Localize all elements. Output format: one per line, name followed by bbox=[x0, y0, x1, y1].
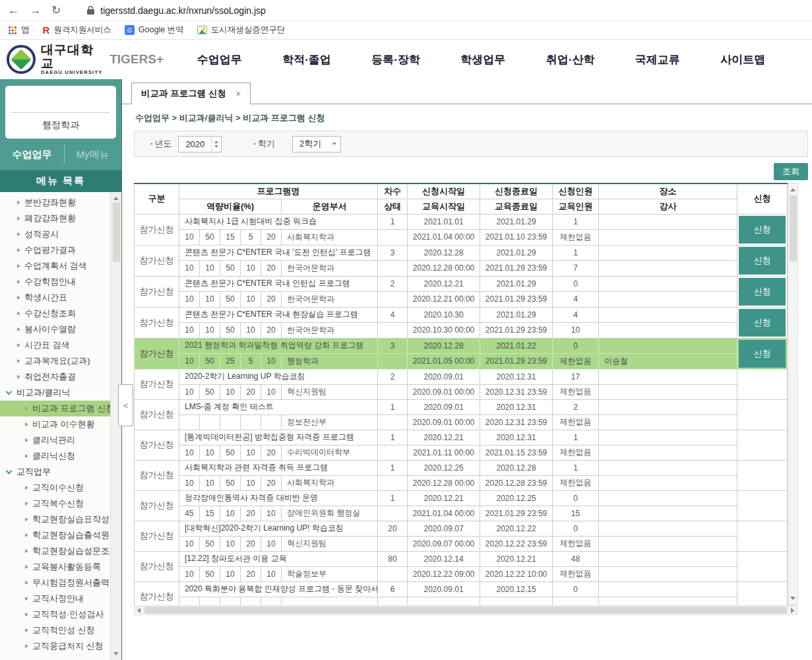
nav-item-4[interactable]: 취업·산학 bbox=[546, 52, 595, 67]
table-row[interactable]: 참가신청청각장애인통역사 자격증 대비반 운영12020.12.212020.1… bbox=[135, 490, 788, 506]
sidebar-item-14[interactable]: 비교과 이수현황 bbox=[0, 416, 110, 432]
apply-button[interactable]: 신청 bbox=[739, 309, 786, 337]
sidebar-item-1[interactable]: 폐강강좌현황 bbox=[0, 211, 110, 226]
scroll-left-icon[interactable] bbox=[137, 608, 141, 613]
nav-item-3[interactable]: 학생업무 bbox=[460, 52, 505, 67]
table-row[interactable]: 105015520사회복지학과2021.01.04 00:002021.01.1… bbox=[135, 230, 788, 246]
table-row[interactable] bbox=[135, 597, 788, 605]
back-icon[interactable]: ← bbox=[8, 4, 19, 17]
sidebar-collapse-handle[interactable]: < bbox=[118, 384, 133, 426]
tab-close-icon[interactable]: × bbox=[235, 88, 241, 99]
apply-button[interactable]: 신청 bbox=[739, 278, 786, 306]
nav-item-0[interactable]: 수업업무 bbox=[197, 52, 242, 67]
year-spinner[interactable] bbox=[211, 137, 221, 152]
sidebar-item-18[interactable]: 교직이수신청 bbox=[0, 480, 110, 496]
table-row[interactable]: 참가신청콘텐츠 전문가 C*ENTER 국내 인턴십 프로그램22020.12.… bbox=[135, 276, 788, 292]
year-input[interactable]: 2020 bbox=[178, 136, 222, 152]
table-row[interactable]: 참가신청콘텐츠 전문가 C*ENTER 국내 '도전 인턴십' 프로그램3202… bbox=[135, 245, 788, 261]
cell-dept: 정보전산부 bbox=[282, 414, 378, 430]
scroll-down-icon[interactable] bbox=[113, 652, 119, 655]
semester-select[interactable]: 2학기 bbox=[292, 136, 341, 152]
sidebar-item-9[interactable]: 시간표 검색 bbox=[0, 337, 110, 353]
table-horizontal-scrollbar[interactable] bbox=[134, 605, 797, 615]
table-row[interactable]: 1050102010혁신지원팀2020.09.01 00:002020.12.3… bbox=[135, 384, 788, 399]
sidebar-item-28[interactable]: 교직응급처지 신청 bbox=[0, 638, 110, 654]
scroll-thumb[interactable] bbox=[113, 203, 120, 262]
table-row[interactable]: 참가신청LMS-줌 계정 확인 테스트12020.09.012020.12.31… bbox=[135, 399, 788, 414]
nav-item-6[interactable]: 사이트맵 bbox=[720, 52, 765, 67]
sidebar-item-22[interactable]: 학교현장실습설문조사 bbox=[0, 543, 110, 559]
sidebar-item-17[interactable]: 교직업무 bbox=[0, 464, 110, 480]
sidebar-tab-mymenu[interactable]: My메뉴 bbox=[77, 148, 109, 161]
sidebar-item-12[interactable]: 비교과/클리닉 bbox=[0, 385, 110, 401]
table-row[interactable]: 1050102010학술정보부2020.12.22 09:002020.12.2… bbox=[135, 566, 788, 581]
sidebar-item-26[interactable]: 교직적성·인성검사 bbox=[0, 607, 110, 622]
table-row[interactable]: 정보전산부2020.09.01 00:002020.12.31 23:59제한없… bbox=[135, 414, 788, 430]
bookmark-0[interactable]: 앱 bbox=[8, 24, 30, 36]
sidebar-item-19[interactable]: 교직복수신청 bbox=[0, 496, 110, 512]
sidebar-item-20[interactable]: 학교현장실습표작성 bbox=[0, 512, 110, 527]
scroll-right-icon[interactable] bbox=[791, 608, 794, 613]
address-bar[interactable]: tigersstd.daegu.ac.kr/nxrun/ssoLogin.jsp bbox=[87, 5, 266, 16]
sidebar-item-2[interactable]: 성적공시 bbox=[0, 226, 110, 242]
scroll-thumb[interactable] bbox=[144, 607, 787, 614]
sidebar-item-21[interactable]: 학교현장실습출석원 bbox=[0, 527, 110, 543]
sidebar-item-25[interactable]: 교직사정안내 bbox=[0, 591, 110, 607]
sidebar-item-16[interactable]: 클리닉신청 bbox=[0, 448, 110, 464]
sidebar-item-15[interactable]: 클리닉관리 bbox=[0, 432, 110, 448]
nav-item-1[interactable]: 학적·졸업 bbox=[282, 52, 331, 67]
table-row[interactable]: 참가신청2020-2학기 Learning UP 학습코칭22020.09.01… bbox=[135, 369, 788, 384]
sidebar-tab-work[interactable]: 수업업무 bbox=[13, 148, 52, 161]
table-row[interactable]: 1010501020한국어문학과2020.12.28 00:002021.01.… bbox=[135, 261, 788, 277]
sidebar-item-23[interactable]: 교육봉사활동등록 bbox=[0, 559, 110, 575]
table-row[interactable]: 참가신청사회복지사 1급 시험대비 집중 워크숍12021.01.012021.… bbox=[135, 214, 788, 230]
sidebar-item-4[interactable]: 수업계획서 검색 bbox=[0, 258, 110, 274]
bookmark-1[interactable]: R원격지원서비스 bbox=[43, 24, 111, 36]
sidebar-item-5[interactable]: 수강학점안내 bbox=[0, 274, 110, 290]
nav-item-2[interactable]: 등록·장학 bbox=[371, 52, 420, 67]
scroll-thumb[interactable] bbox=[790, 195, 797, 261]
university-logo[interactable]: 대구대학교 DAEGU UNIVERSITY TIGERS+ bbox=[0, 44, 164, 75]
apply-button[interactable]: 신청 bbox=[739, 216, 786, 244]
spin-up-icon[interactable] bbox=[214, 141, 218, 143]
table-row[interactable]: 1010501020한국어문학과2020.12.21 00:002021.01.… bbox=[135, 292, 788, 308]
table-row[interactable]: 1010501020수리빅데이터학부2021.01.11 00:002021.0… bbox=[135, 445, 788, 460]
table-row[interactable]: 4515102010장애인위원회 행정실2021.01.04 00:002021… bbox=[135, 506, 788, 521]
sidebar-item-24[interactable]: 무시험검정원서출력 bbox=[0, 575, 110, 591]
table-row[interactable]: 참가신청사회복지학과 관련 자격증 취득 프로그램12020.12.252020… bbox=[135, 460, 788, 475]
tab-noncurricular-apply[interactable]: 비교과 프로그램 신청 × bbox=[131, 82, 251, 104]
table-row[interactable]: 참가신청2020 특화분야 융복합 인재양성 프로그램 - 동문 찾아서6202… bbox=[135, 581, 788, 597]
table-row[interactable]: 1050102010혁신지원팀2020.09.07 00:002020.12.2… bbox=[135, 536, 788, 551]
sidebar-item-10[interactable]: 교과목개요(교과) bbox=[0, 353, 110, 369]
table-row[interactable]: 참가신청[12.22] 창파도서관 이용 교육802020.12.142020.… bbox=[135, 551, 788, 566]
table-row[interactable]: 참가신청콘텐츠 전문가 C*ENTER 국내 현장실습 프로그램42020.10… bbox=[135, 307, 788, 323]
table-row[interactable]: 참가신청[통계빅데이터전공] 방학집중형 자격증 프로그램12020.12.21… bbox=[135, 430, 788, 445]
sidebar-item-27[interactable]: 교직적인성 신청 bbox=[0, 622, 110, 638]
table-row[interactable]: 참가신청2021 행정학과 학과밀착형 취업역량 강화 프로그램32020.12… bbox=[135, 338, 788, 354]
bookmark-3[interactable]: 도시재생실증연구단 bbox=[197, 24, 286, 36]
table-vertical-scrollbar[interactable] bbox=[788, 183, 798, 605]
apply-button[interactable]: 신청 bbox=[739, 247, 786, 275]
table-row[interactable]: 1010501020한국어문학과2020.10.30 00:002021.01.… bbox=[135, 323, 788, 339]
scroll-up-icon[interactable] bbox=[790, 188, 796, 191]
spin-down-icon[interactable] bbox=[214, 145, 218, 148]
search-button[interactable]: 조회 bbox=[774, 163, 808, 180]
table-row[interactable]: 1010501020사회복지학과2020.12.28 00:002020.12.… bbox=[135, 475, 788, 490]
sidebar-item-6[interactable]: 학생시간표 bbox=[0, 290, 110, 306]
nav-item-5[interactable]: 국제교류 bbox=[635, 52, 680, 67]
apply-button[interactable]: 신청 bbox=[739, 340, 786, 368]
table-row[interactable]: 참가신청[대학혁신]2020-2학기 Learning UP! 학습코칭2020… bbox=[135, 521, 788, 536]
forward-icon[interactable]: → bbox=[30, 4, 41, 17]
reload-icon[interactable]: ↻ bbox=[51, 3, 61, 17]
sidebar-item-3[interactable]: 수업평가결과 bbox=[0, 242, 110, 258]
sidebar-item-13[interactable]: 비교과 프로그램 신청 bbox=[0, 401, 110, 416]
sidebar-item-0[interactable]: 분반강좌현황 bbox=[0, 195, 110, 211]
scroll-up-icon[interactable] bbox=[113, 197, 119, 200]
triangle-right-icon bbox=[17, 248, 20, 252]
bookmark-2[interactable]: GGoogle 번역 bbox=[125, 24, 184, 36]
scroll-down-icon[interactable] bbox=[790, 597, 796, 600]
sidebar-item-8[interactable]: 봉사이수열람 bbox=[0, 321, 110, 337]
table-row[interactable]: 105025510행정학과2021.01.05 00:002021.01.29 … bbox=[135, 354, 788, 370]
sidebar-item-11[interactable]: 취업전자출결 bbox=[0, 369, 110, 385]
sidebar-item-7[interactable]: 수강신청조회 bbox=[0, 306, 110, 321]
